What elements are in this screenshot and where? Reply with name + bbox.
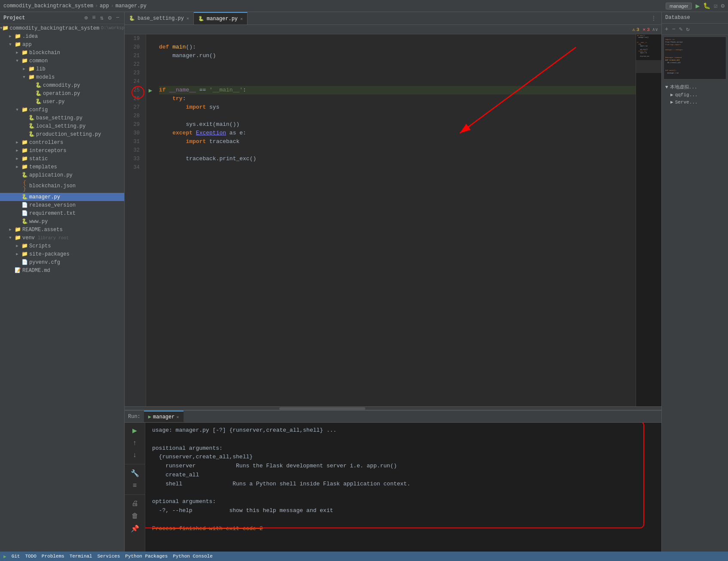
sidebar-item-site-packages[interactable]: ▶ 📁 site-packages [0,250,124,258]
code-line-34 [159,163,636,172]
sidebar-item-readme-md[interactable]: 📝 README.md [0,266,124,274]
collapse-icon[interactable]: ≡ [91,14,97,22]
tab-base-close[interactable]: ✕ [187,16,189,21]
sidebar-item-templates[interactable]: ▶ 📁 templates [0,163,124,171]
interceptors-label: interceptors [29,148,66,154]
db-local-arrow: ▼ [665,85,668,90]
tree-root[interactable]: ▼ 📁 commodity_backingtrack_system D:\wor… [0,24,124,32]
config-label: config [29,107,48,113]
scope-icon[interactable]: ⊕ [83,14,89,22]
run-up-button[interactable]: ↑ [132,438,138,448]
sidebar-item-www[interactable]: 🐍 www.py [0,217,124,226]
title-bar-right: manager ▶ 🐛 ☑ ⚙ [666,2,725,10]
db-qqfig-arrow: ▶ [670,92,673,98]
database-tree: ▼ 本地虚拟... ▶ qqfig... ▶ Serve... [662,81,728,552]
status-bar: ▶ Git TODO Problems Terminal Services Py… [0,552,728,561]
code-editor[interactable]: 19 20 21 22 23 24 25 26 27 28 29 30 31 3… [125,34,661,406]
tab-manager-close[interactable]: ✕ [240,16,243,21]
readme-md-icon: 📝 [14,267,21,274]
sidebar-item-operation[interactable]: 🐍 operation.py [0,89,124,98]
db-edit-icon[interactable]: ✎ [678,24,684,34]
tab-manager[interactable]: 🐍 manager.py ✕ [194,12,248,24]
run-start-button[interactable]: ▶ [131,424,138,436]
output-line-4: {runserver,create_all,shell} [152,453,655,462]
sidebar-item-common[interactable]: ▼ 📁 common [0,57,124,65]
sidebar-item-interceptors[interactable]: ▶ 📁 interceptors [0,146,124,155]
sidebar-item-lib[interactable]: ▶ 📁 lib [0,65,124,73]
sidebar-item-config[interactable]: ▼ 📁 config [0,106,124,114]
sidebar-item-commodity[interactable]: 🐍 commodity.py [0,81,124,89]
sidebar-item-venv[interactable]: ▼ 📁 venv library root [0,234,124,242]
sidebar-item-base-setting[interactable]: 🐍 base_setting.py [0,114,124,122]
root-path: D:\workspace... [101,26,125,30]
horizontal-scrollbar[interactable] [125,406,661,410]
run-pin-icon[interactable]: 📌 [129,523,141,534]
db-minus-icon[interactable]: − [670,25,676,34]
sidebar-item-pyvenv[interactable]: 📄 pyvenv.cfg [0,258,124,266]
sidebar-item-production-setting[interactable]: 🐍 production_setting.py [0,130,124,138]
warning-count: 3 [636,27,639,32]
code-line-32 [159,146,636,155]
error-badge: ✕ 3 [643,27,650,32]
nav-down-icon[interactable]: ∨ [655,27,658,32]
sidebar-item-local-setting[interactable]: 🐍 local_setting.py [0,122,124,130]
config-folder-icon: 📁 [21,107,28,113]
sidebar-item-user[interactable]: 🐍 user.py [0,98,124,106]
db-add-icon[interactable]: + [664,25,670,34]
idea-folder-icon: 📁 [14,33,21,40]
code-line-25: if __name__ == '__main__': [159,86,636,95]
db-refresh-icon[interactable]: ↻ [685,24,691,34]
root-folder-icon: 📁 [2,25,9,31]
sidebar-item-release-version[interactable]: 📄 release_version [0,201,124,209]
status-item-5: Services [97,554,120,559]
requirement-icon: 📄 [21,210,28,216]
run-tab-manager[interactable]: ▶ manager ✕ [144,411,184,422]
expand-icon[interactable]: ⇅ [99,14,105,22]
run-down-button[interactable]: ↓ [132,450,138,460]
sidebar-item-application[interactable]: 🐍 application.py [0,171,124,179]
sidebar-item-static[interactable]: ▶ 📁 static [0,155,124,163]
coverage-icon[interactable]: ☑ [714,2,717,9]
lib-label: lib [36,66,46,72]
code-content[interactable]: def main(): manager.run() if __name__ ==… [155,34,636,406]
database-toolbar: + − ✎ ↻ [662,24,728,35]
run-icon[interactable]: ▶ [695,2,700,10]
manager-run-button[interactable]: manager [666,3,692,9]
status-item-4: Terminal [70,554,92,559]
db-item-qqfig[interactable]: ▶ qqfig... [662,91,728,98]
scripts-label: Scripts [29,243,51,249]
sidebar-item-scripts[interactable]: ▶ 📁 Scripts [0,242,124,250]
tab-more-icon[interactable]: ⋮ [649,14,658,22]
venv-folder-icon: 📁 [14,235,21,241]
sidebar-item-blockchain[interactable]: ▶ 📁 blockchain [0,49,124,57]
sidebar-item-models[interactable]: ▼ 📁 models [0,73,124,81]
db-item-serve[interactable]: ▶ Serve... [662,98,728,106]
blockchain-json-icon: { } [21,180,28,192]
sidebar-item-app[interactable]: ▼ 📁 app [0,40,124,49]
debug-icon[interactable]: 🐛 [703,2,710,9]
run-tab-close[interactable]: ✕ [176,415,179,420]
run-sidebar: ▶ ↑ ↓ 🔧 ≡ 🖨 🗑 📌 [125,423,145,552]
static-folder-icon: 📁 [21,155,28,162]
run-tab-label: manager [153,414,174,420]
sidebar-item-blockchain-json[interactable]: { } blockchain.json [0,179,124,193]
run-lines-icon[interactable]: ≡ [132,481,138,491]
db-item-local[interactable]: ▼ 本地虚拟... [662,83,728,91]
sidebar-item-manager-py[interactable]: 🐍 manager.py [0,193,124,201]
nav-up-icon[interactable]: ∧ [652,27,655,32]
run-wrench-icon[interactable]: 🔧 [129,468,141,479]
status-item-7: Python Console [173,554,212,559]
tab-base-setting[interactable]: 🐍 base_setting.py ✕ [125,12,194,24]
gutter-30 [146,129,155,137]
run-trash-icon[interactable]: 🗑 [130,511,140,521]
close-sidebar-icon[interactable]: − [115,14,121,22]
sidebar-item-controllers[interactable]: ▶ 📁 controllers [0,138,124,146]
sidebar-item-readme-assets[interactable]: ▶ 📁 README.assets [0,226,124,234]
status-run-icon[interactable]: ▶ [3,554,6,559]
manager-py-icon: 🐍 [21,194,28,200]
settings-icon[interactable]: ⚙ [721,2,725,9]
sidebar-item-idea[interactable]: ▶ 📁 .idea [0,32,124,40]
settings-gear-icon[interactable]: ⚙ [107,14,113,22]
run-print-icon[interactable]: 🖨 [130,498,140,509]
sidebar-item-requirement[interactable]: 📄 requirement.txt [0,209,124,217]
